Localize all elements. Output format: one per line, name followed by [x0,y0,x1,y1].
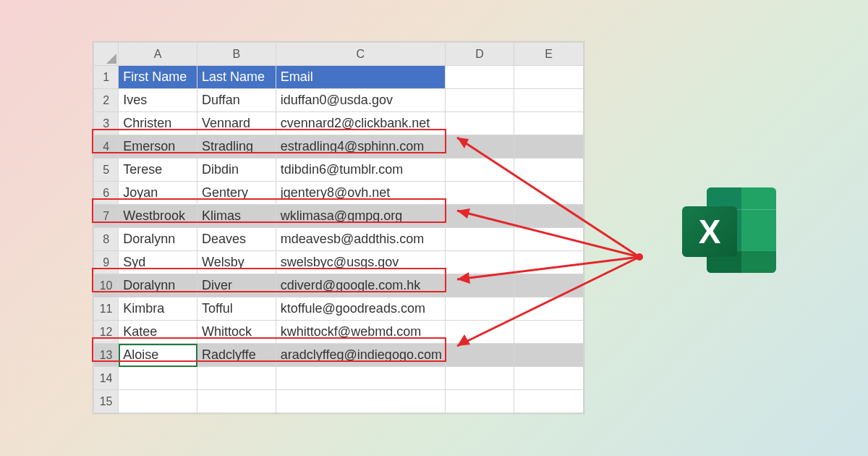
cell[interactable] [445,367,514,390]
cell[interactable]: Westbrook [119,205,197,228]
cell[interactable] [445,344,514,367]
cell[interactable] [514,321,584,344]
excel-logo-icon: X [676,185,785,279]
cell[interactable]: estradling4@sphinn.com [276,135,445,159]
cell[interactable] [514,228,584,251]
cell[interactable]: Emerson [119,135,197,159]
cell[interactable]: Katee [119,321,197,344]
cell[interactable] [514,182,584,205]
row-header[interactable]: 15 [94,390,119,413]
cell[interactable] [445,297,514,321]
cell[interactable]: Doralynn [119,228,197,251]
row-header[interactable]: 12 [94,321,119,344]
row-header[interactable]: 10 [94,274,119,297]
cell[interactable]: jgentery8@ovh.net [276,182,445,205]
cell[interactable] [514,205,584,228]
cell[interactable]: Deaves [197,228,276,251]
cell[interactable] [276,390,445,413]
cell[interactable]: Klimas [197,205,276,228]
cell[interactable] [514,251,584,274]
cell[interactable]: Welsby [197,251,276,274]
cell[interactable]: tdibdin6@tumblr.com [276,159,445,182]
select-all-corner[interactable] [94,43,119,66]
cell[interactable] [445,321,514,344]
cell[interactable]: Terese [119,159,197,182]
cell[interactable] [197,367,276,390]
cell[interactable] [445,228,514,251]
cell[interactable]: Syd [119,251,197,274]
cell[interactable]: Radclyffe [197,344,276,367]
cell[interactable]: swelsbyc@usgs.gov [276,251,445,274]
row-header[interactable]: 11 [94,297,119,321]
table-row: 9 Syd Welsby swelsbyc@usgs.gov [94,251,584,274]
cell[interactable] [445,159,514,182]
column-header-row: A B C D E [94,43,584,66]
cell[interactable] [514,112,584,135]
cell[interactable] [514,344,584,367]
row-header[interactable]: 6 [94,182,119,205]
cell[interactable] [514,367,584,390]
cell[interactable]: Last Name [197,66,276,89]
cell[interactable]: Dibdin [197,159,276,182]
col-header-C[interactable]: C [276,43,445,66]
cell[interactable] [119,390,197,413]
row-header[interactable]: 4 [94,135,119,159]
row-header[interactable]: 13 [94,344,119,367]
cell[interactable]: Christen [119,112,197,135]
row-header[interactable]: 2 [94,89,119,112]
cell[interactable] [445,205,514,228]
cell[interactable]: aradclyffeg@indiegogo.com [276,344,445,367]
cell[interactable] [514,66,584,89]
spreadsheet-grid[interactable]: A B C D E 1 First Name Last Name Email 2… [93,42,584,413]
row-header[interactable]: 8 [94,228,119,251]
cell[interactable]: Stradling [197,135,276,159]
cell[interactable] [445,66,514,89]
cell[interactable] [445,390,514,413]
cell[interactable]: mdeavesb@addthis.com [276,228,445,251]
col-header-E[interactable]: E [514,43,584,66]
cell[interactable] [445,89,514,112]
cell[interactable] [445,182,514,205]
cell[interactable]: Ives [119,89,197,112]
cell[interactable]: Kimbra [119,297,197,321]
cell[interactable] [445,112,514,135]
cell[interactable] [514,274,584,297]
cell[interactable] [197,390,276,413]
cell[interactable]: Joyan [119,182,197,205]
cell[interactable]: iduffan0@usda.gov [276,89,445,112]
cell[interactable]: Gentery [197,182,276,205]
cell[interactable]: First Name [119,66,197,89]
cell[interactable]: wklimasa@gmpg.org [276,205,445,228]
row-header[interactable]: 7 [94,205,119,228]
cell[interactable] [514,390,584,413]
row-header[interactable]: 14 [94,367,119,390]
cell[interactable]: Duffan [197,89,276,112]
cell[interactable]: ktoffule@goodreads.com [276,297,445,321]
col-header-A[interactable]: A [119,43,197,66]
cell[interactable] [445,274,514,297]
row-header[interactable]: 9 [94,251,119,274]
row-header[interactable]: 3 [94,112,119,135]
cell[interactable] [514,159,584,182]
cell[interactable] [119,367,197,390]
row-header[interactable]: 5 [94,159,119,182]
col-header-D[interactable]: D [445,43,514,66]
cell[interactable]: Diver [197,274,276,297]
cell[interactable]: Email [276,66,445,89]
cell[interactable] [514,135,584,159]
cell[interactable] [514,297,584,321]
cell[interactable]: cvennard2@clickbank.net [276,112,445,135]
row-header[interactable]: 1 [94,66,119,89]
cell-active[interactable]: Aloise [119,344,197,367]
cell[interactable]: Doralynn [119,274,197,297]
cell[interactable] [276,367,445,390]
cell[interactable] [514,89,584,112]
cell[interactable]: kwhittockf@webmd.com [276,321,445,344]
cell[interactable]: Whittock [197,321,276,344]
cell[interactable]: Tofful [197,297,276,321]
cell[interactable]: cdiverd@google.com.hk [276,274,445,297]
cell[interactable] [445,251,514,274]
cell[interactable] [445,135,514,159]
cell[interactable]: Vennard [197,112,276,135]
col-header-B[interactable]: B [197,43,276,66]
